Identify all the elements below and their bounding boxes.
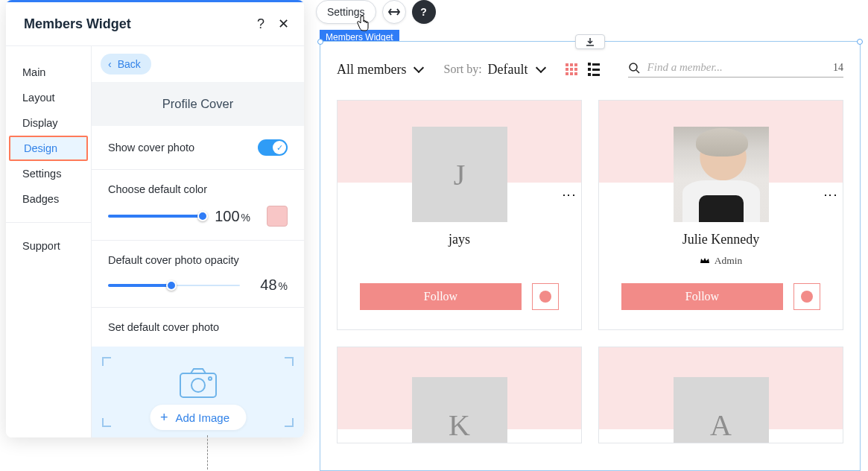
opacity-slider[interactable] (108, 284, 240, 287)
member-count: 14 (833, 62, 843, 74)
help-chip-icon[interactable]: ? (412, 0, 436, 24)
settings-chip-label: Settings (327, 6, 365, 18)
members-widget-canvas: All members Sort by: Default 14 J ⋮ jays (320, 41, 861, 471)
member-role: Admin (599, 255, 843, 267)
panel-side-tabs: Main Layout Display Design Settings Badg… (6, 46, 92, 437)
panel-title: Members Widget (24, 16, 131, 32)
color-swatch[interactable] (267, 206, 288, 227)
sort-by-value: Default (488, 62, 528, 78)
follow-label: Follow (424, 290, 457, 303)
image-well[interactable]: + Add Image (92, 347, 304, 437)
settings-panel: Members Widget ? ✕ Main Layout Display D… (6, 0, 304, 437)
guide-line (207, 435, 208, 470)
tab-main[interactable]: Main (6, 60, 91, 85)
crown-icon (700, 257, 710, 265)
download-icon[interactable] (575, 34, 605, 49)
sort-by-dropdown[interactable]: Sort by: Default (443, 62, 544, 78)
avatar-placeholder: J (412, 127, 507, 222)
avatar-placeholder: K (412, 377, 507, 443)
member-card: A (598, 347, 843, 443)
avatar-placeholder: A (674, 377, 769, 443)
svg-point-1 (191, 379, 205, 392)
chat-icon (801, 291, 813, 303)
default-color-slider[interactable] (108, 215, 203, 218)
help-icon[interactable]: ? (257, 16, 264, 32)
toggle-knob: ✓ (273, 141, 286, 154)
close-icon[interactable]: ✕ (278, 16, 289, 32)
follow-label: Follow (685, 290, 719, 303)
svg-point-2 (209, 377, 212, 380)
resize-handle-tr[interactable] (857, 39, 863, 45)
default-color-row: Choose default color 100% (92, 170, 304, 241)
default-color-value: 100 (215, 208, 239, 224)
opacity-value: 48 (260, 276, 276, 293)
member-name: jays (338, 232, 581, 247)
settings-chip[interactable]: Settings (316, 0, 376, 24)
section-title: Profile Cover (92, 82, 304, 126)
tab-design[interactable]: Design (9, 136, 88, 161)
search-wrap: 14 (628, 61, 843, 78)
avatar-initial: J (454, 157, 466, 192)
canvas-toolbar: All members Sort by: Default 14 (320, 42, 860, 100)
chat-icon (539, 291, 551, 303)
resize-handle-tl[interactable] (317, 39, 323, 45)
camera-icon (179, 367, 218, 399)
card-menu-icon[interactable]: ⋮ (829, 189, 832, 202)
avatar-initial: A (710, 408, 732, 443)
svg-point-3 (630, 63, 637, 71)
panel-content: ‹ Back Profile Cover Show cover photo ✓ … (92, 46, 304, 437)
back-label: Back (118, 58, 141, 70)
panel-header: Members Widget ? ✕ (6, 2, 304, 46)
chevron-down-icon (412, 62, 422, 78)
member-card: K (337, 347, 582, 443)
member-card: J ⋮ jays Follow (337, 100, 582, 330)
follow-button[interactable]: Follow (621, 283, 783, 310)
opacity-unit: % (279, 280, 288, 292)
chevron-down-icon (534, 62, 545, 78)
back-button[interactable]: ‹ Back (101, 54, 151, 75)
tab-settings[interactable]: Settings (6, 161, 91, 186)
card-menu-icon[interactable]: ⋮ (567, 189, 571, 202)
grid-view-icon[interactable] (566, 63, 577, 75)
add-image-button[interactable]: + Add Image (150, 405, 246, 430)
opacity-label: Default cover photo opacity (108, 254, 288, 266)
show-cover-photo-toggle[interactable]: ✓ (258, 139, 288, 156)
add-image-label: Add Image (175, 411, 229, 424)
tab-badges[interactable]: Badges (6, 186, 91, 212)
follow-button[interactable]: Follow (360, 283, 522, 310)
set-default-photo-row: Set default cover photo (92, 308, 304, 347)
member-name: Julie Kennedy (599, 232, 843, 247)
default-color-label: Choose default color (108, 183, 288, 195)
avatar-initial: K (449, 408, 470, 443)
search-input[interactable] (647, 61, 826, 74)
tab-layout[interactable]: Layout (6, 85, 91, 110)
tab-support[interactable]: Support (6, 233, 91, 259)
search-icon (628, 62, 640, 74)
member-card: ⋮ Julie Kennedy Admin Follow (598, 100, 843, 330)
all-members-label: All members (337, 62, 406, 78)
default-color-unit: % (241, 212, 250, 224)
all-members-dropdown[interactable]: All members (337, 62, 422, 78)
plus-icon: + (160, 411, 168, 424)
sort-by-label: Sort by: (443, 63, 481, 76)
admin-label: Admin (715, 255, 743, 267)
opacity-row: Default cover photo opacity 48% (92, 241, 304, 308)
chat-button[interactable] (793, 283, 820, 310)
show-cover-photo-row: Show cover photo ✓ (92, 126, 304, 170)
chevron-left-icon: ‹ (108, 58, 112, 70)
chat-button[interactable] (532, 283, 559, 310)
tab-divider (6, 222, 91, 223)
stretch-icon[interactable] (382, 0, 406, 24)
avatar-photo (674, 127, 769, 222)
show-cover-photo-label: Show cover photo (108, 142, 194, 154)
set-default-photo-label: Set default cover photo (108, 321, 288, 333)
list-view-icon[interactable] (588, 63, 600, 76)
tab-display[interactable]: Display (6, 110, 91, 136)
